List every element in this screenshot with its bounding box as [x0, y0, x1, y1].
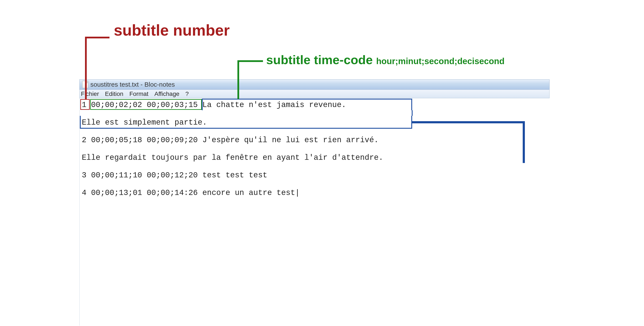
subtitle-line-2: 2 00;00;05;18 00;00;09;20 J'espère qu'il… [80, 135, 550, 145]
annotation-subtitle-number: subtitle number [114, 21, 230, 39]
menu-format[interactable]: Format [130, 90, 148, 97]
file-icon [82, 81, 88, 88]
annotation-subtitle-timecode: subtitle time-code hour;minut;second;dec… [266, 52, 504, 67]
menu-edition[interactable]: Edition [105, 90, 124, 97]
highlight-text-top [202, 99, 412, 110]
subtitle-line-2-continuation: Elle regardait toujours par la fenêtre e… [80, 153, 550, 163]
menu-bar: Fichier Edition Format Affichage ? [80, 90, 550, 98]
subtitle-line-4: 4 00;00;13;01 00;00;14:26 encore un autr… [80, 188, 550, 198]
notepad-content[interactable]: 1 00;00;02;02 00;00;03;15 La chatte n'es… [80, 98, 550, 326]
menu-fichier[interactable]: Fichier [81, 90, 99, 97]
highlight-subtitle-timecode [90, 99, 202, 110]
menu-help[interactable]: ? [186, 90, 189, 97]
annotation-subtitle-timecode-detail: hour;minut;second;decisecond [376, 56, 504, 66]
window-titlebar[interactable]: soustitres test.txt - Bloc-notes [80, 79, 550, 90]
highlight-subtitle-number [80, 99, 90, 110]
menu-affichage[interactable]: Affichage [154, 90, 179, 97]
annotation-subtitle-timecode-main: subtitle time-code [266, 53, 373, 67]
highlight-text-bottom [80, 116, 412, 129]
window-title: soustitres test.txt - Bloc-notes [90, 81, 175, 88]
subtitle-line-3: 3 00;00;11;10 00;00;12;20 test test test [80, 170, 550, 181]
